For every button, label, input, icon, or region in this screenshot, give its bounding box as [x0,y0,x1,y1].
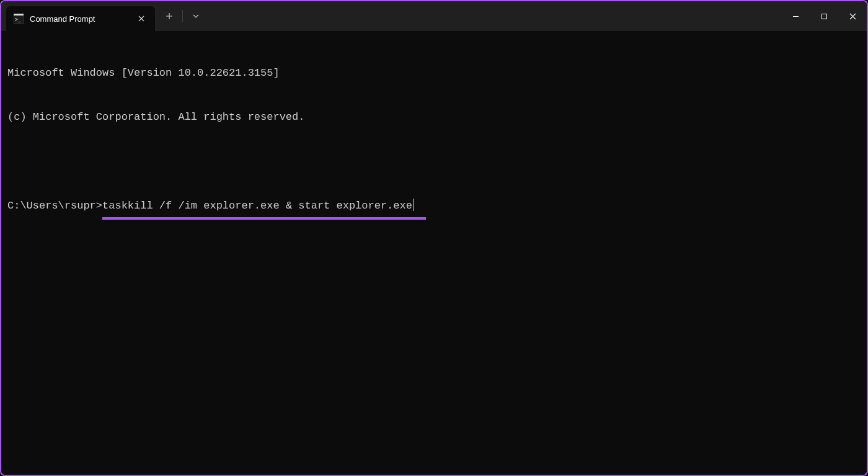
terminal-window: >_ Command Prompt [0,0,868,476]
version-line: Microsoft Windows [Version 10.0.22621.31… [7,66,861,81]
tab-title: Command Prompt [30,14,129,24]
tab-area: >_ Command Prompt [1,1,155,31]
command-underline-annotation [102,217,426,220]
prompt-path: C:\Users\rsupr> [7,199,102,213]
new-tab-button[interactable] [159,7,180,25]
typed-command: taskkill /f /im explorer.exe & start exp… [102,199,412,213]
copyright-line: (c) Microsoft Corporation. All rights re… [7,110,861,125]
blank-line [7,154,861,169]
tab-controls [155,1,206,31]
tab-dropdown-button[interactable] [185,7,206,25]
svg-text:>_: >_ [15,17,21,22]
tab-divider [182,10,183,22]
svg-rect-3 [822,14,826,19]
close-button[interactable] [838,1,867,31]
svg-rect-1 [14,14,24,16]
text-cursor [413,199,414,211]
terminal-output[interactable]: Microsoft Windows [Version 10.0.22621.31… [1,31,867,475]
prompt-line: C:\Users\rsupr>taskkill /f /im explorer.… [7,199,861,220]
tab-close-button[interactable] [135,12,148,25]
window-controls [781,1,867,31]
titlebar-drag-region[interactable] [206,1,781,31]
cmd-icon: >_ [14,14,24,24]
titlebar[interactable]: >_ Command Prompt [1,1,867,31]
minimize-button[interactable] [781,1,810,31]
tab-command-prompt[interactable]: >_ Command Prompt [6,6,155,31]
maximize-button[interactable] [810,1,838,31]
